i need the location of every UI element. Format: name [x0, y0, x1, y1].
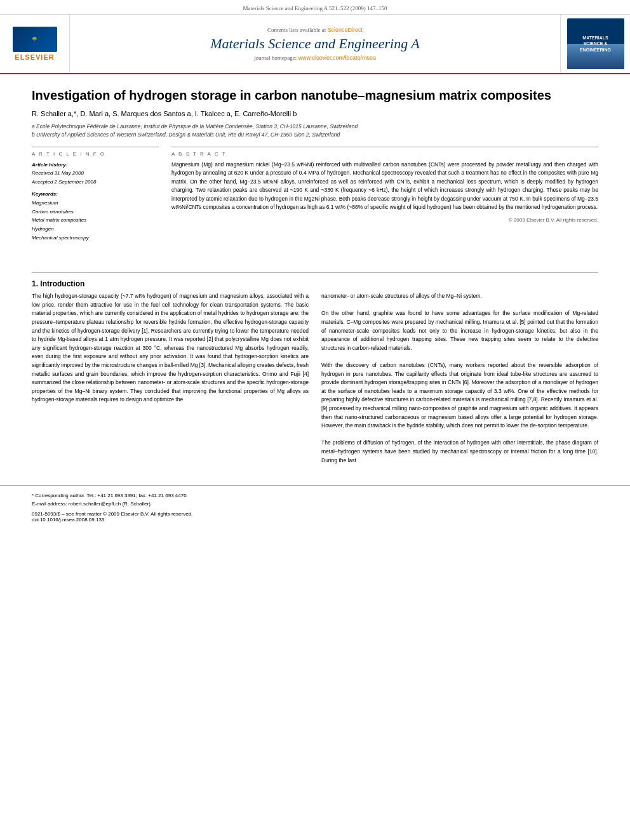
history-label: Article history:	[32, 161, 159, 170]
abstract-heading: A B S T R A C T	[171, 151, 598, 157]
mse-badge: MATERIALS SCIENCE & ENGINEERING	[567, 18, 624, 69]
sciencedirect-line: Contents lists available at ScienceDirec…	[267, 27, 363, 33]
elsevier-logo: 🌳 ELSEVIER	[13, 27, 57, 61]
mse-badge-title: MATERIALS SCIENCE & ENGINEERING	[577, 32, 613, 55]
keyword-5: Mechanical spectroscopy	[32, 234, 159, 243]
journal-ref-text: Materials Science and Engineering A 521–…	[243, 5, 387, 11]
article-title: Investigation of hydrogen storage in car…	[32, 87, 598, 103]
keyword-4: Hydrogen	[32, 225, 159, 234]
sciencedirect-link[interactable]: ScienceDirect	[327, 27, 363, 33]
keywords-label: Keywords:	[32, 191, 159, 197]
email-note: E-mail address: robert.schaller@epfl.ch …	[32, 500, 598, 509]
abstract-section: A B S T R A C T Magnesium (Mg) and magne…	[171, 147, 598, 223]
affiliations: a Ecole Polytechnique Fédérale de Lausan…	[32, 123, 598, 139]
intro-left-col: The high hydrogen-storage capacity (~7.7…	[32, 292, 309, 469]
footer-note: * Corresponding author. Tel.: +41 21 693…	[32, 492, 598, 509]
affiliation-a: a Ecole Polytechnique Fédérale de Lausan…	[32, 123, 598, 131]
article-history: Article history: Received 31 May 2008 Ac…	[32, 161, 159, 187]
article-info-column: A R T I C L E I N F O Article history: R…	[32, 147, 159, 248]
intro-left-text: The high hydrogen-storage capacity (~7.7…	[32, 292, 309, 404]
doi-line: doi:10.1016/j.msea.2008.09.133	[32, 517, 598, 523]
journal-title-area: Contents lists available at ScienceDirec…	[70, 15, 560, 73]
journal-banner: 🌳 ELSEVIER Contents lists available at S…	[0, 15, 630, 74]
keyword-2: Carbon nanotubes	[32, 208, 159, 217]
article-info-heading: A R T I C L E I N F O	[32, 151, 159, 157]
abstract-column: A B S T R A C T Magnesium (Mg) and magne…	[171, 147, 598, 248]
journal-homepage: journal homepage: www.elsevier.com/locat…	[254, 55, 376, 61]
keyword-3: Metal matrix composites	[32, 216, 159, 225]
article-header-section: Investigation of hydrogen storage in car…	[0, 74, 630, 266]
page: Materials Science and Engineering A 521–…	[0, 0, 630, 840]
article-info-box: A R T I C L E I N F O Article history: R…	[32, 147, 159, 243]
doi-issn-line: 0921-5093/$ – see front matter © 2009 El…	[32, 511, 598, 523]
received-date: Received 31 May 2008	[32, 169, 159, 178]
keyword-1: Magnesium	[32, 199, 159, 208]
copyright: © 2009 Elsevier B.V. All rights reserved…	[171, 217, 598, 223]
keywords-section: Keywords: Magnesium Carbon nanotubes Met…	[32, 191, 159, 242]
issn-line: 0921-5093/$ – see front matter © 2009 El…	[32, 511, 598, 517]
introduction-title: 1. Introduction	[32, 279, 598, 288]
affiliation-b: b University of Applied Sciences of West…	[32, 131, 598, 139]
introduction-columns: The high hydrogen-storage capacity (~7.7…	[32, 292, 598, 469]
abstract-text: Magnesium (Mg) and magnesium nickel (Mg–…	[171, 161, 598, 213]
intro-right-col: nanometer- or atom-scale structures of a…	[321, 292, 598, 469]
corresponding-note: * Corresponding author. Tel.: +41 21 693…	[32, 492, 598, 500]
intro-right-text: nanometer- or atom-scale structures of a…	[321, 292, 598, 465]
article-info-abstract: A R T I C L E I N F O Article history: R…	[32, 147, 598, 248]
authors: R. Schaller a,*, D. Mari a, S. Marques d…	[32, 110, 598, 117]
elsevier-logo-box: 🌳	[13, 27, 57, 52]
mse-badge-area: MATERIALS SCIENCE & ENGINEERING	[560, 15, 630, 73]
keywords-list: Magnesium Carbon nanotubes Metal matrix …	[32, 199, 159, 242]
journal-title: Materials Science and Engineering A	[210, 36, 420, 52]
article-footer: * Corresponding author. Tel.: +41 21 693…	[0, 485, 630, 526]
body-content: 1. Introduction The high hydrogen-storag…	[0, 273, 630, 481]
elsevier-logo-area: 🌳 ELSEVIER	[0, 15, 70, 73]
journal-reference: Materials Science and Engineering A 521–…	[0, 0, 630, 15]
accepted-date: Accepted 2 September 2008	[32, 178, 159, 187]
journal-homepage-link[interactable]: www.elsevier.com/locate/msea	[298, 55, 376, 61]
elsevier-wordmark: ELSEVIER	[15, 53, 54, 61]
